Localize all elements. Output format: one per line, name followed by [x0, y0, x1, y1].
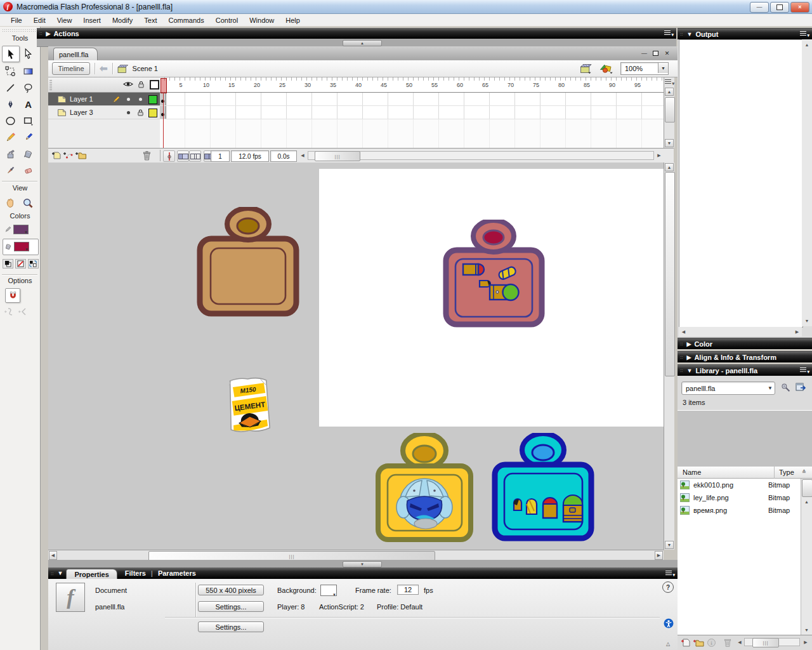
panel-grip[interactable]: [3, 29, 36, 32]
free-transform-tool[interactable]: [2, 63, 18, 79]
panel-gripper-icon[interactable]: ::: [51, 571, 53, 576]
menu-item[interactable]: Commands: [162, 15, 209, 25]
playhead[interactable]: [160, 78, 167, 93]
gradient-transform-tool[interactable]: [20, 63, 36, 79]
layer-row-3[interactable]: Layer 3: [48, 106, 160, 119]
lock-column-icon[interactable]: [137, 80, 145, 89]
help-icon[interactable]: ?: [662, 581, 674, 593]
pencil-tool[interactable]: [2, 129, 18, 145]
properties-splitter-handle[interactable]: ▼: [343, 561, 382, 567]
actions-options-icon[interactable]: ▾: [664, 30, 674, 37]
add-motion-guide-button[interactable]: [63, 150, 74, 160]
library-pin-icon[interactable]: [780, 382, 791, 393]
onion-skin-button[interactable]: [177, 150, 189, 162]
document-tab[interactable]: panelll.fla: [53, 48, 98, 60]
layer-lock-icon[interactable]: [136, 109, 145, 117]
timeline-h-scrollbar[interactable]: ◀ ||| ▶: [298, 150, 664, 161]
panel-collapse-arrow[interactable]: △: [666, 641, 670, 647]
library-col-name[interactable]: Name: [683, 468, 701, 476]
menu-item[interactable]: Control: [210, 15, 244, 25]
device-settings-button[interactable]: Settings...: [198, 621, 264, 632]
accessibility-icon[interactable]: [664, 618, 674, 628]
timeline-v-scrollbar[interactable]: ▾ ▲ ▼: [664, 77, 674, 148]
delete-layer-button[interactable]: [142, 150, 152, 161]
smooth-button[interactable]: [4, 307, 14, 316]
show-hide-column-icon[interactable]: [123, 80, 133, 88]
menu-item[interactable]: Window: [244, 15, 280, 25]
insert-layer-folder-button[interactable]: [75, 150, 87, 160]
library-item-row[interactable]: время.png Bitmap: [678, 504, 801, 517]
library-new-symbol-button[interactable]: [681, 638, 691, 647]
zoom-select[interactable]: 100% ▼: [620, 62, 669, 75]
center-frame-button[interactable]: [163, 150, 175, 162]
properties-options-icon[interactable]: ▾: [665, 570, 675, 577]
selection-tool[interactable]: [2, 46, 20, 62]
menu-item[interactable]: View: [51, 15, 78, 25]
snap-to-objects-button[interactable]: [5, 288, 20, 303]
edit-symbols-button[interactable]: [599, 63, 613, 74]
library-properties-button[interactable]: i: [707, 638, 716, 647]
zoom-tool[interactable]: [20, 196, 36, 211]
paint-bucket-tool[interactable]: [20, 146, 36, 161]
subselection-tool[interactable]: [20, 46, 36, 61]
tab-parameters[interactable]: Parameters: [158, 569, 196, 577]
close-button[interactable]: ×: [790, 2, 809, 13]
layer-lock-dot[interactable]: [139, 98, 142, 101]
library-col-type[interactable]: Type: [779, 468, 794, 476]
background-color-swatch[interactable]: ▼: [320, 585, 337, 596]
swap-colors-button[interactable]: [28, 259, 39, 269]
library-item-row[interactable]: ley_life.png Bitmap: [678, 491, 801, 504]
menu-item[interactable]: Modify: [107, 15, 138, 25]
default-colors-button[interactable]: [3, 259, 13, 269]
stage-h-scrollbar[interactable]: ◀ ||| ▶: [48, 550, 664, 560]
timeline-ruler[interactable]: 5101520253035404550556065707580859095: [160, 77, 664, 93]
fill-color-control[interactable]: ▼: [4, 242, 29, 251]
back-button[interactable]: ⬅: [100, 63, 108, 74]
doc-minimize-button[interactable]: —: [639, 49, 649, 58]
library-v-scrollbar[interactable]: ▲ ▼: [801, 479, 812, 635]
hand-tool[interactable]: [2, 196, 18, 211]
line-tool[interactable]: [2, 80, 18, 95]
outline-column-icon[interactable]: [150, 80, 159, 90]
lasso-tool[interactable]: [20, 80, 36, 95]
sprite-cyan-panel[interactable]: [490, 433, 596, 542]
color-panel-header[interactable]: ::▶ Color: [678, 338, 812, 349]
library-delete-button[interactable]: [723, 637, 732, 647]
layer-name[interactable]: Layer 3: [70, 109, 93, 116]
doc-close-button[interactable]: ✕: [662, 49, 672, 58]
frames-row-layer3[interactable]: [160, 106, 664, 119]
library-h-scrollbar[interactable]: ◀ ||| ▶: [736, 637, 809, 647]
align-info-transform-panel-header[interactable]: ::▶ Align & Info & Transform: [678, 351, 812, 362]
frame-rate-indicator[interactable]: 12.0 fps: [231, 150, 269, 162]
actions-panel-header[interactable]: :: ▶ Actions ▾: [37, 28, 676, 39]
zoom-dropdown-arrow[interactable]: ▼: [658, 63, 668, 73]
output-h-scrollbar[interactable]: ◀ ▶: [679, 327, 802, 336]
layer-visibility-dot[interactable]: [127, 98, 130, 101]
eraser-tool[interactable]: [20, 162, 36, 178]
output-v-scrollbar[interactable]: ▲ ▼: [802, 39, 812, 326]
output-options-icon[interactable]: ▾: [800, 30, 809, 37]
layer-outline-swatch[interactable]: [148, 95, 157, 104]
timeline-grip[interactable]: [49, 80, 52, 90]
library-preview-area[interactable]: [678, 410, 812, 467]
brush-tool[interactable]: [20, 129, 36, 145]
stage-v-scrollbar[interactable]: ▲ ▼: [664, 162, 674, 550]
library-new-window-icon[interactable]: [796, 382, 807, 392]
output-panel-header[interactable]: ::▼ Output ▾: [678, 28, 812, 39]
expand-arrow-icon[interactable]: ▶: [46, 30, 50, 37]
frames-empty-area[interactable]: [160, 119, 664, 148]
tab-filters[interactable]: Filters: [125, 569, 146, 577]
menu-item[interactable]: Help: [280, 15, 306, 25]
library-sort-icon[interactable]: ≜: [802, 469, 806, 475]
eyedropper-tool[interactable]: [2, 162, 18, 178]
stroke-color-control[interactable]: ▼: [4, 225, 29, 234]
current-frame-indicator[interactable]: 1: [211, 150, 230, 162]
size-button[interactable]: 550 x 400 pixels: [198, 585, 264, 595]
ink-bottle-tool[interactable]: [2, 146, 18, 161]
text-tool[interactable]: A: [20, 96, 36, 112]
frames-row-layer1[interactable]: [160, 93, 664, 106]
menu-item[interactable]: Text: [138, 15, 162, 25]
library-document-select[interactable]: panelll.fla ▼: [681, 381, 775, 395]
output-text-area[interactable]: [679, 39, 803, 328]
publish-settings-button[interactable]: Settings...: [198, 601, 264, 612]
